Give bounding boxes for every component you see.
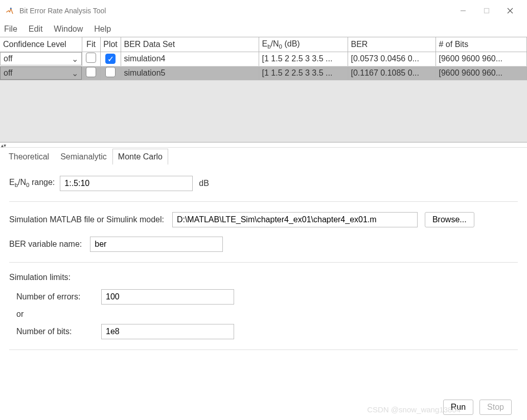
browse-button[interactable]: Browse... [425, 212, 474, 227]
divider [9, 262, 518, 263]
ber-cell: [0.1167 0.1085 0... [348, 66, 436, 80]
tab-monte-carlo[interactable]: Monte Carlo [112, 149, 168, 165]
maximize-button[interactable] [475, 3, 498, 19]
svg-rect-2 [485, 9, 489, 13]
stop-button[interactable]: Stop [479, 400, 512, 415]
dataset-cell[interactable]: simulation4 [121, 52, 259, 66]
monte-carlo-panel: Eb/N0 range: dB Simulation MATLAB file o… [0, 165, 527, 363]
simfile-label: Simulation MATLAB file or Simulink model… [9, 215, 164, 224]
tab-theoretical[interactable]: Theoretical [3, 149, 55, 165]
col-plot[interactable]: Plot [100, 37, 121, 52]
action-bar: Run Stop [443, 400, 512, 415]
plot-checkbox[interactable] [105, 67, 116, 77]
data-grid: Confidence Level Fit Plot BER Data Set E… [0, 37, 527, 143]
close-button[interactable] [498, 3, 522, 19]
col-dataset[interactable]: BER Data Set [121, 37, 259, 52]
divider [9, 201, 518, 202]
num-errors-input[interactable] [101, 289, 234, 305]
ebno-unit: dB [199, 179, 209, 188]
confidence-select[interactable]: off⌄ [0, 66, 82, 80]
grid-row[interactable]: off⌄ simulation5 [1 1.5 2 2.5 3 3.5 ... … [0, 66, 527, 80]
tab-bar: Theoretical Semianalytic Monte Carlo [0, 148, 527, 165]
window-title: Bit Error Rate Analysis Tool [19, 7, 451, 15]
matlab-icon [5, 6, 14, 15]
plot-checkbox[interactable]: ✓ [105, 54, 116, 64]
ebno-range-label: Eb/N0 range: [9, 178, 55, 188]
num-errors-label: Number of errors: [16, 292, 101, 301]
grid-empty-area [0, 80, 527, 142]
bervar-input[interactable] [90, 237, 223, 252]
fit-checkbox[interactable] [86, 53, 96, 63]
fit-checkbox[interactable] [86, 67, 96, 77]
menu-file[interactable]: File [4, 25, 17, 34]
grid-header-row: Confidence Level Fit Plot BER Data Set E… [0, 37, 527, 52]
simulation-limits-label: Simulation limits: [9, 273, 518, 282]
menu-bar: File Edit Window Help [0, 21, 527, 37]
svg-point-0 [10, 8, 12, 9]
menu-help[interactable]: Help [94, 25, 111, 34]
menu-window[interactable]: Window [54, 25, 83, 34]
ber-cell: [0.0573 0.0456 0... [348, 52, 436, 66]
col-confidence[interactable]: Confidence Level [0, 37, 82, 52]
menu-edit[interactable]: Edit [29, 25, 43, 34]
num-bits-label: Number of bits: [16, 327, 101, 336]
bits-cell: [9600 9600 960... [436, 66, 527, 80]
col-fit[interactable]: Fit [82, 37, 100, 52]
col-ber[interactable]: BER [348, 37, 436, 52]
tab-semianalytic[interactable]: Semianalytic [55, 149, 112, 165]
simfile-input[interactable] [172, 212, 418, 227]
minimize-button[interactable] [451, 3, 475, 19]
bits-cell: [9600 9600 960... [436, 52, 527, 66]
confidence-select[interactable]: off⌄ [0, 52, 82, 65]
ebno-cell: [1 1.5 2 2.5 3 3.5 ... [259, 52, 348, 66]
title-bar: Bit Error Rate Analysis Tool [0, 0, 527, 21]
run-button[interactable]: Run [443, 400, 473, 415]
bervar-label: BER variable name: [9, 240, 82, 249]
chevron-down-icon: ⌄ [72, 54, 78, 64]
dataset-cell[interactable]: simulation5 [121, 66, 259, 80]
splitter-handle[interactable]: ▴▾ [0, 143, 527, 148]
num-bits-input[interactable] [101, 324, 234, 339]
ebno-cell: [1 1.5 2 2.5 3 3.5 ... [259, 66, 348, 80]
or-label: or [16, 310, 24, 319]
col-ebno[interactable]: Eb/N0 (dB) [259, 37, 348, 52]
divider [9, 349, 518, 350]
grid-row[interactable]: off⌄ ✓ simulation4 [1 1.5 2 2.5 3 3.5 ..… [0, 52, 527, 66]
chevron-down-icon: ⌄ [72, 68, 78, 78]
col-bits[interactable]: # of Bits [436, 37, 527, 52]
ebno-range-input[interactable] [60, 176, 193, 191]
